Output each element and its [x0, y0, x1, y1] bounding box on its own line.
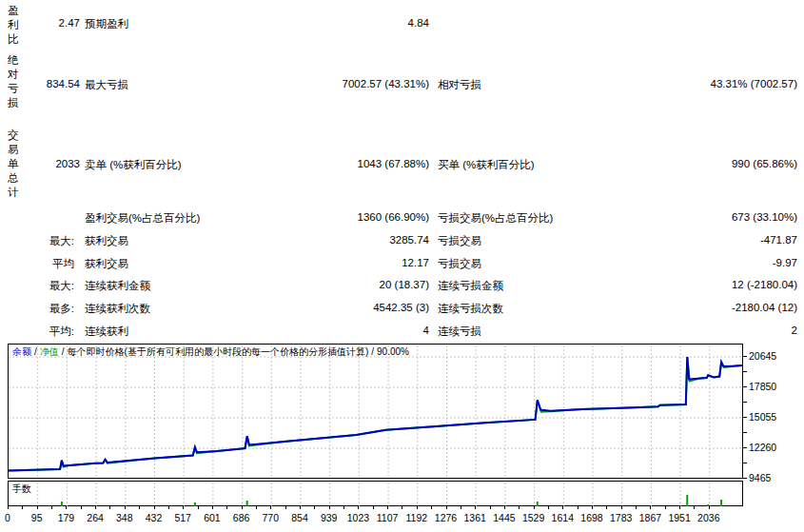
x-axis-tick — [270, 505, 271, 509]
stat-value-3: -471.87 — [609, 234, 797, 246]
x-axis-minor-tick — [548, 505, 549, 509]
y-axis-tick — [743, 447, 747, 448]
x-axis-tick — [417, 505, 418, 509]
y-axis-tick — [743, 417, 747, 418]
stat-value-2: 4.84 — [247, 17, 429, 29]
stat-label-2: 亏损交易(%占总百分比) — [438, 211, 553, 226]
x-axis-minor-tick — [285, 505, 286, 509]
stat-prefix: 平均: — [0, 325, 74, 339]
stat-label-2: 亏损交易 — [438, 257, 481, 271]
stat-value-2: 3285.74 — [247, 234, 429, 246]
lots-panel: 手数 — [8, 481, 743, 506]
balance-chart: 余额/净值/每个即时价格(基于所有可利用的最小时段的每一个价格的分形插值计算)/… — [8, 344, 743, 479]
x-axis-tick — [242, 505, 243, 509]
x-axis-minor-tick — [198, 505, 199, 509]
x-axis-tick — [475, 505, 476, 509]
stat-value-2: 1043 (67.88%) — [247, 158, 429, 169]
x-axis-tick — [534, 505, 535, 509]
stat-value-2: 20 (18.37) — [247, 279, 429, 290]
x-axis-tick — [562, 505, 563, 509]
x-axis-minor-tick — [694, 505, 695, 509]
y-axis-tick — [743, 478, 747, 479]
x-axis-tick — [37, 505, 38, 509]
stat-value-3: 2 — [609, 325, 797, 336]
x-axis-tick — [387, 505, 388, 509]
legend-quality: 90.00% — [377, 346, 409, 357]
x-axis-tick — [504, 505, 505, 509]
y-axis-label: 12260 — [749, 442, 776, 453]
stat-label-2: 连续亏损 — [438, 325, 481, 339]
x-axis-tick — [592, 505, 593, 509]
stat-value-3: -2180.04 (12) — [609, 302, 797, 313]
y-axis-tick — [743, 371, 747, 372]
x-axis-tick — [679, 505, 680, 509]
x-axis-minor-tick — [22, 505, 23, 509]
y-axis-label: 9465 — [749, 472, 771, 483]
x-axis-tick — [154, 505, 155, 509]
stat-label-1: 获利交易 — [85, 257, 128, 271]
chart-legend: 余额/净值/每个即时价格(基于所有可利用的最小时段的每一个价格的分形插值计算)/… — [12, 345, 409, 359]
x-axis-tick — [212, 505, 213, 509]
stat-label-1: 最大亏损 — [85, 78, 128, 92]
x-axis-tick — [650, 505, 651, 509]
backtest-report: 盈利比 绝对亏损 交易单总计 2.47预期盈利4.84834.54最大亏损700… — [0, 0, 804, 532]
stat-label-2: 买单 (%获利百分比) — [438, 158, 535, 172]
x-axis-tick — [621, 505, 622, 509]
x-axis-minor-tick — [606, 505, 607, 509]
x-axis-minor-tick — [578, 505, 578, 509]
stat-value-2: 12.17 — [247, 257, 429, 268]
x-axis-minor-tick — [226, 505, 227, 509]
balance-line — [9, 357, 742, 471]
x-axis-minor-tick — [431, 505, 432, 509]
x-axis-minor-tick — [109, 505, 110, 509]
stat-label-1: 盈利交易(%占总百分比) — [85, 211, 200, 226]
x-axis-tick — [358, 505, 359, 509]
stat-label-2: 连续亏损金额 — [438, 279, 503, 293]
legend-separator: / — [62, 346, 65, 357]
x-axis-tick — [125, 505, 126, 509]
stat-value-3: 673 (33.10%) — [609, 211, 797, 223]
y-axis-tick — [743, 356, 747, 357]
stat-prefix: 最多: — [0, 302, 74, 316]
stat-prefix: 最大: — [0, 234, 74, 248]
y-axis-label: 17850 — [749, 381, 776, 392]
x-axis-tick — [329, 505, 330, 509]
x-axis-minor-tick — [373, 505, 374, 509]
x-axis-tick — [66, 505, 67, 509]
stat-label-1: 获利交易 — [85, 234, 128, 248]
lots-panel-label: 手数 — [12, 483, 31, 496]
x-axis-tick — [95, 505, 96, 509]
stat-label-1: 连续获利金额 — [85, 279, 150, 293]
x-axis-minor-tick — [139, 505, 140, 509]
y-axis-tick — [743, 386, 747, 387]
y-axis-tick — [743, 463, 747, 463]
x-axis-minor-tick — [51, 505, 52, 509]
stat-label-2: 亏损交易 — [438, 234, 481, 248]
y-axis-tick — [743, 432, 747, 433]
stat-value-1: 2033 — [0, 158, 80, 169]
stat-label-1: 卖单 (%获利百分比) — [85, 158, 182, 172]
x-axis-tick — [446, 505, 447, 509]
equity-line — [9, 357, 742, 471]
x-axis-tick — [709, 505, 710, 509]
x-axis-minor-tick — [402, 505, 402, 509]
stat-value-3: 43.31% (7002.57) — [609, 78, 797, 89]
y-axis-label: 20645 — [749, 350, 776, 362]
legend-separator: / — [34, 346, 37, 357]
stat-value-2: 4 — [247, 325, 429, 336]
x-axis-tick — [8, 505, 9, 509]
stat-value-1: 2.47 — [0, 17, 80, 29]
x-axis-tick — [183, 505, 184, 509]
stat-label-2: 连续亏损次数 — [438, 302, 503, 316]
x-axis-minor-tick — [490, 505, 491, 509]
x-axis-label: 2036 — [689, 512, 729, 523]
legend-balance-label: 余额 — [12, 346, 31, 357]
x-axis-minor-tick — [256, 505, 257, 509]
x-axis-minor-tick — [665, 505, 666, 509]
x-axis-minor-tick — [314, 505, 315, 509]
stat-value-1: 834.54 — [0, 78, 80, 89]
stat-value-3: 12 (-2180.04) — [609, 279, 797, 290]
y-axis-label: 15055 — [749, 411, 776, 423]
stat-value-2: 7002.57 (43.31%) — [247, 78, 429, 89]
x-axis-minor-tick — [81, 505, 82, 509]
